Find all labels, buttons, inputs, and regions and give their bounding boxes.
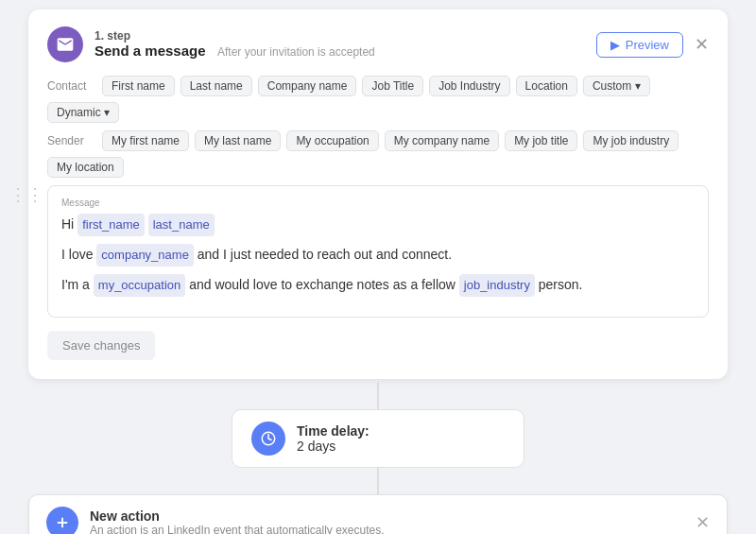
new-action-description: An action is an LinkedIn event that auto… (90, 524, 684, 534)
envelope-svg (56, 35, 75, 54)
time-delay-card: Time delay: 2 days (232, 409, 524, 468)
tag-dynamic[interactable]: Dynamic ▾ (47, 102, 119, 123)
step-name: Send a message (94, 43, 206, 59)
message-line-3: I'm a my_occupation and would love to ex… (61, 274, 695, 297)
drag-handle[interactable]: ⋮⋮ (9, 184, 43, 205)
tag-my-last-name[interactable]: My last name (195, 130, 281, 151)
var-first-name: first_name (77, 214, 145, 236)
save-button[interactable]: Save changes (47, 331, 155, 360)
tag-job-industry[interactable]: Job Industry (429, 76, 509, 96)
close-button[interactable]: ✕ (695, 36, 709, 53)
message-line-2: I love company_name and I just needed to… (61, 244, 695, 267)
message-icon (47, 26, 83, 62)
preview-label: Preview (626, 38, 669, 52)
line3-middle: and would love to exchange notes as a fe… (185, 277, 459, 292)
sender-label: Sender (47, 134, 96, 147)
flow-section: Time delay: 2 days New action An action … (28, 383, 728, 534)
var-last-name: last_name (148, 214, 215, 236)
sender-tags-row: Sender My first name My last name My occ… (47, 130, 709, 178)
new-action-close-button[interactable]: ✕ (696, 512, 710, 533)
tag-first-name[interactable]: First name (102, 76, 175, 96)
tag-my-job-title[interactable]: My job title (505, 130, 577, 151)
line2-prefix: I love (61, 247, 96, 262)
new-action-bar: New action An action is an LinkedIn even… (28, 494, 728, 534)
tag-my-first-name[interactable]: My first name (102, 130, 189, 151)
new-action-title: New action (90, 508, 684, 524)
message-area[interactable]: Message Hi first_name last_name I love c… (47, 185, 709, 318)
play-icon: ▶ (610, 38, 620, 52)
line3-prefix: I'm a (61, 277, 94, 292)
var-my-occupation: my_occupation (94, 274, 185, 297)
line1-prefix: Hi (61, 216, 77, 232)
tag-job-title[interactable]: Job Title (362, 76, 423, 96)
clock-svg (260, 430, 277, 447)
new-action-text: New action An action is an LinkedIn even… (90, 508, 684, 534)
contact-label: Contact (47, 79, 96, 93)
step-number: 1. step (94, 29, 596, 43)
step-card: ⋮⋮ 1. step Send a message After your inv… (28, 9, 728, 379)
step-title: 1. step Send a message After your invita… (94, 29, 596, 60)
tag-location[interactable]: Location (516, 76, 577, 96)
tag-company-name[interactable]: Company name (258, 76, 357, 96)
var-company-name: company_name (96, 244, 194, 267)
time-delay-title: Time delay: (297, 423, 369, 439)
add-action-button[interactable] (46, 507, 78, 534)
tag-my-location[interactable]: My location (47, 157, 124, 178)
clock-icon (251, 422, 285, 456)
step-header: 1. step Send a message After your invita… (47, 26, 709, 62)
message-label: Message (61, 198, 695, 208)
message-text: Hi first_name last_name I love company_n… (61, 214, 695, 297)
var-job-industry: job_industry (459, 274, 535, 297)
message-line-1: Hi first_name last_name (61, 214, 695, 236)
plus-svg (54, 514, 71, 531)
time-delay-value: 2 days (297, 439, 369, 454)
step-subtitle: After your invitation is accepted (217, 45, 375, 59)
tag-last-name[interactable]: Last name (180, 76, 252, 96)
tag-custom[interactable]: Custom ▾ (583, 76, 650, 96)
connector-line-1 (377, 383, 379, 409)
time-delay-text: Time delay: 2 days (297, 423, 369, 454)
tag-my-occupation[interactable]: My occupation (286, 130, 378, 151)
tag-my-company-name[interactable]: My company name (385, 130, 499, 151)
line3-suffix: person. (535, 277, 583, 292)
tag-my-job-industry[interactable]: My job industry (583, 130, 679, 151)
connector-line-2 (377, 468, 379, 494)
preview-button[interactable]: ▶ Preview (596, 32, 683, 58)
contact-tags-row: Contact First name Last name Company nam… (47, 76, 709, 123)
line2-suffix: and I just needed to reach out and conne… (194, 247, 452, 262)
